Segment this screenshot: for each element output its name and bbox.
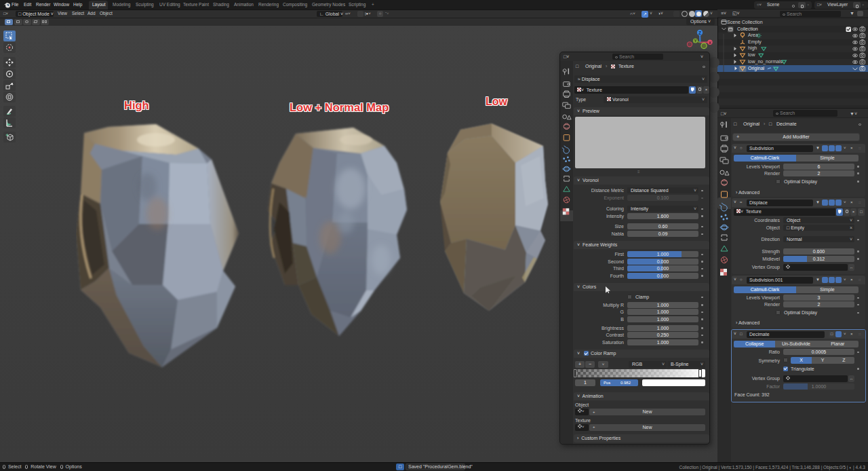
svg-text:X: X xyxy=(709,41,711,45)
svg-text:Z: Z xyxy=(698,31,701,35)
svg-text:Y: Y xyxy=(694,39,696,43)
